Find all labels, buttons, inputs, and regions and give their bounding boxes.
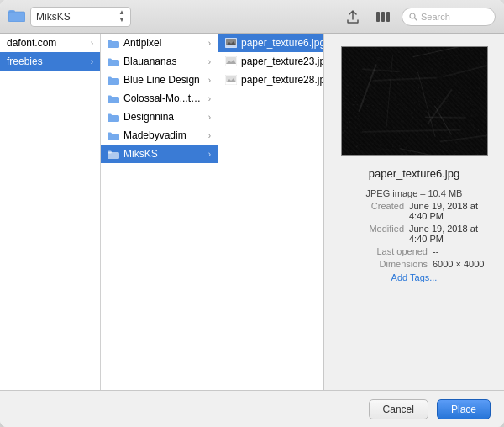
chevron-right-icon: › [91, 57, 93, 66]
dimensions-row: Dimensions 6000 × 4000 [337, 259, 491, 269]
list-item[interactable]: Colossal-Mo...tworks-Part1 › [101, 89, 218, 108]
created-row: Created June 19, 2018 at 4:40 PM [337, 201, 491, 221]
list-item[interactable]: dafont.com › [0, 34, 100, 52]
chevron-right-icon: › [208, 76, 211, 85]
image-file-icon [225, 75, 237, 85]
dimensions-label: Dimensions [360, 259, 428, 269]
file-type-row: JPEG image – 10.4 MB [337, 188, 491, 198]
browser-panels: dafont.com › freebies › Antipixel › [0, 34, 323, 390]
svg-rect-13 [108, 76, 112, 79]
share-button[interactable] [341, 5, 365, 29]
svg-rect-21 [108, 150, 112, 153]
file-name: paper_texture6.jpg [337, 167, 491, 180]
svg-rect-5 [386, 12, 390, 22]
dimensions-value: 6000 × 4000 [433, 259, 491, 269]
list-item[interactable]: freebies › [0, 52, 100, 71]
svg-rect-19 [108, 132, 112, 134]
svg-rect-9 [108, 40, 112, 42]
folder-icon [108, 57, 119, 66]
item-label: freebies [7, 55, 87, 67]
item-label: Colossal-Mo...tworks-Part1 [123, 92, 204, 104]
main-content: dafont.com › freebies › Antipixel › [0, 34, 504, 390]
title-bar: MiksKS ▲ ▼ [0, 0, 504, 34]
list-item[interactable]: Designnina › [101, 108, 218, 126]
folder-icon [108, 113, 119, 122]
created-value: June 19, 2018 at 4:40 PM [409, 201, 491, 221]
folder-icon [108, 39, 119, 48]
chevron-right-icon: › [208, 94, 211, 103]
svg-rect-15 [108, 95, 112, 98]
image-file-icon [225, 38, 237, 48]
preview-image [341, 46, 488, 156]
panel-col-3: paper_texture6.jpg paper_texture23.jpg [218, 34, 323, 390]
panel-col-1: dafont.com › freebies › [0, 34, 101, 390]
modified-row: Modified June 19, 2018 at 4:40 PM [337, 224, 491, 244]
cancel-button[interactable]: Cancel [369, 399, 428, 419]
list-item[interactable]: Blauananas › [101, 52, 218, 71]
last-opened-row: Last opened -- [337, 246, 491, 256]
title-bar-left: MiksKS ▲ ▼ [8, 7, 334, 27]
bottom-bar: Cancel Place [0, 390, 504, 427]
chevron-right-icon: › [208, 113, 211, 122]
column-view-button[interactable] [371, 5, 395, 29]
folder-name-dropdown[interactable]: MiksKS ▲ ▼ [30, 7, 131, 27]
svg-rect-17 [108, 113, 112, 116]
item-label: Designnina [123, 111, 204, 123]
preview-panel: paper_texture6.jpg JPEG image – 10.4 MB … [323, 34, 504, 390]
modified-value: June 19, 2018 at 4:40 PM [409, 224, 491, 244]
list-item[interactable]: Madebyvadim › [101, 126, 218, 145]
add-tags-link[interactable]: Add Tags... [337, 272, 491, 282]
folder-icon [108, 131, 119, 140]
item-label: Blue Line Design [123, 74, 204, 86]
panel-col-2: Antipixel › Blauananas › Blu [101, 34, 218, 390]
item-label: paper_texture28.jpg [241, 74, 323, 86]
folder-icon [108, 150, 119, 159]
svg-rect-11 [108, 58, 112, 61]
item-label: Antipixel [123, 37, 204, 49]
place-button[interactable]: Place [437, 399, 491, 419]
chevron-right-icon: › [208, 131, 211, 140]
list-item[interactable]: paper_texture23.jpg [218, 52, 323, 71]
created-label: Created [337, 201, 404, 221]
search-box[interactable] [402, 8, 496, 26]
chevron-right-icon: › [208, 57, 211, 66]
search-icon [409, 13, 417, 21]
item-label: paper_texture6.jpg [241, 37, 323, 49]
item-label: Madebyvadim [123, 129, 204, 141]
item-label: dafont.com [7, 37, 87, 49]
last-opened-label: Last opened [360, 246, 428, 256]
list-item[interactable]: Blue Line Design › [101, 71, 218, 89]
item-label: Blauananas [123, 55, 204, 67]
list-item[interactable]: Antipixel › [101, 34, 218, 52]
list-item[interactable]: paper_texture6.jpg [218, 34, 323, 52]
folder-name-text: MiksKS [36, 11, 115, 23]
search-input[interactable] [421, 12, 488, 22]
folder-icon [108, 94, 119, 103]
file-dialog: MiksKS ▲ ▼ [0, 0, 504, 427]
stepper-up[interactable]: ▲ [118, 9, 125, 16]
stepper-down[interactable]: ▼ [118, 17, 125, 24]
svg-rect-4 [381, 12, 385, 22]
chevron-right-icon: › [208, 39, 211, 48]
item-label: MiksKS [123, 148, 204, 160]
image-file-icon [225, 56, 237, 66]
chevron-right-icon: › [91, 39, 93, 48]
file-info: paper_texture6.jpg JPEG image – 10.4 MB … [337, 167, 491, 282]
file-type-value: JPEG image – 10.4 MB [337, 188, 491, 198]
file-info-table: JPEG image – 10.4 MB Created June 19, 20… [337, 188, 491, 269]
svg-line-7 [415, 18, 417, 20]
title-bar-right [341, 5, 496, 29]
list-item[interactable]: paper_texture28.jpg [218, 71, 323, 89]
last-opened-value: -- [433, 246, 491, 256]
svg-rect-3 [376, 12, 380, 22]
folder-stepper[interactable]: ▲ ▼ [118, 9, 125, 24]
modified-label: Modified [337, 224, 404, 244]
folder-icon [108, 76, 119, 85]
list-item[interactable]: MiksKS › [101, 145, 218, 163]
folder-icon [8, 8, 25, 24]
item-label: paper_texture23.jpg [241, 55, 323, 67]
chevron-right-icon: › [208, 150, 211, 159]
